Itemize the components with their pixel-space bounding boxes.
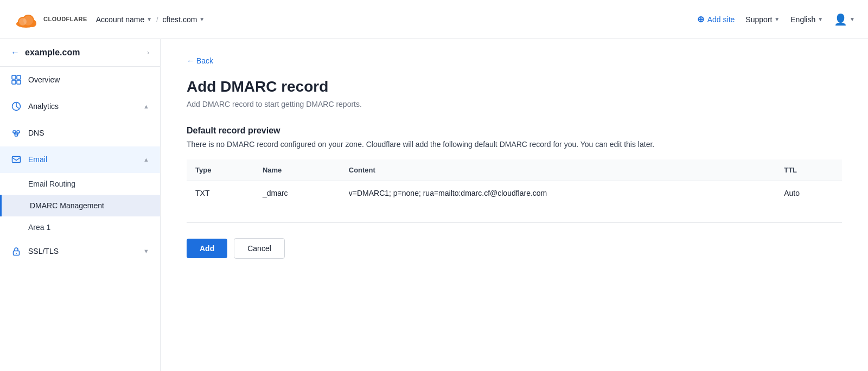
sidebar-item-ssl-tls-label: SSL/TLS [28,247,137,255]
svg-rect-9 [17,80,21,84]
sidebar-item-email-label: Email [28,155,137,164]
record-ttl: Auto [775,181,842,206]
domain-breadcrumb[interactable]: cftest.com ▼ [163,15,205,24]
main-content-area: ← Back Add DMARC record Add DMARC record… [161,39,868,371]
sidebar-item-area1-label: Area 1 [28,223,50,232]
table-header-name: Name [254,159,340,181]
record-content: v=DMARC1; p=none; rua=mailto:dmarc.cf@cl… [340,181,775,206]
user-dropdown-icon: ▼ [850,16,855,22]
plus-icon: ⊕ [697,14,704,24]
language-label: English [790,15,815,24]
logo-area: CLOUDFLARE [13,7,87,33]
dns-icon [11,127,22,138]
table-header-type: Type [187,159,254,181]
analytics-collapse-icon: ▲ [143,103,149,110]
sidebar-item-overview-label: Overview [28,75,149,84]
sidebar-item-area1[interactable]: Area 1 [0,216,160,238]
record-name: _dmarc [254,181,340,206]
sidebar-item-ssl-tls[interactable]: SSL/TLS ▼ [0,238,160,265]
section-title: Default record preview [187,126,842,136]
svg-rect-6 [12,75,16,79]
sidebar-domain: example.com [25,48,80,57]
sidebar-item-analytics-label: Analytics [28,102,137,111]
record-type: TXT [187,181,254,206]
support-dropdown-icon: ▼ [774,16,780,22]
topnav-right: ⊕ Add site Support ▼ English ▼ 👤 ▼ [697,13,855,26]
lock-icon [11,246,22,257]
top-navigation: CLOUDFLARE Account name ▼ / cftest.com ▼… [0,0,868,39]
language-dropdown-icon: ▼ [818,16,823,22]
svg-point-16 [16,253,17,254]
domain-dropdown-icon: ▼ [199,16,205,22]
page-subtitle: Add DMARC record to start getting DMARC … [187,100,842,108]
svg-rect-11 [13,131,16,133]
cancel-button[interactable]: Cancel [234,238,285,259]
svg-rect-7 [17,75,21,79]
action-buttons: Add Cancel [187,238,842,259]
sidebar-back-button[interactable]: ← [11,48,20,57]
email-icon [11,154,22,165]
svg-rect-8 [12,80,16,84]
breadcrumb: Account name ▼ / cftest.com ▼ [96,15,688,24]
back-label: ← Back [187,56,213,65]
sidebar-item-dmarc-management-label: DMARC Management [30,201,104,210]
sidebar-header: ← example.com › [0,39,160,67]
page-title: Add DMARC record [187,78,842,95]
cloudflare-text: CLOUDFLARE [43,16,87,22]
sidebar-item-dns-label: DNS [28,129,149,137]
account-dropdown-icon: ▼ [146,16,152,22]
sidebar-item-overview[interactable]: Overview [0,67,160,93]
sidebar-item-email-routing[interactable]: Email Routing [0,173,160,195]
analytics-icon [11,101,22,112]
back-button[interactable]: ← Back [187,56,842,65]
dns-record-table: Type Name Content TTL TXT _dmarc v=DMARC… [187,159,842,205]
add-record-button[interactable]: Add [187,239,227,258]
email-collapse-icon: ▲ [143,156,149,163]
domain-label: cftest.com [163,15,197,24]
user-menu-button[interactable]: 👤 ▼ [834,13,855,26]
sidebar-item-dns[interactable]: DNS [0,120,160,146]
svg-rect-14 [12,157,21,163]
main-layout: ← example.com › Overview Analytics ▲ D [0,39,868,371]
svg-point-5 [23,16,33,25]
breadcrumb-separator: / [156,16,158,23]
user-icon: 👤 [834,13,847,26]
table-row: TXT _dmarc v=DMARC1; p=none; rua=mailto:… [187,181,842,206]
cloudflare-logo [13,7,39,33]
account-name-label: Account name [96,15,145,24]
support-button[interactable]: Support ▼ [745,15,780,24]
sidebar-item-dmarc-management[interactable]: DMARC Management [0,195,160,216]
add-site-label: Add site [707,15,735,24]
sidebar-header-left: ← example.com [11,48,80,57]
overview-icon [11,74,22,85]
table-header-ttl: TTL [775,159,842,181]
account-name-breadcrumb[interactable]: Account name ▼ [96,15,152,24]
divider [187,222,842,223]
sidebar: ← example.com › Overview Analytics ▲ D [0,39,161,371]
support-label: Support [745,15,772,24]
language-selector[interactable]: English ▼ [790,15,823,24]
table-header-content: Content [340,159,775,181]
sidebar-item-analytics[interactable]: Analytics ▲ [0,93,160,120]
svg-rect-12 [17,131,20,133]
section-description: There is no DMARC record configured on y… [187,140,842,149]
ssl-tls-expand-icon: ▼ [143,248,149,254]
sidebar-expand-icon: › [147,49,149,56]
add-site-button[interactable]: ⊕ Add site [697,14,735,24]
sidebar-item-email[interactable]: Email ▲ [0,146,160,173]
sidebar-item-email-routing-label: Email Routing [28,180,75,188]
